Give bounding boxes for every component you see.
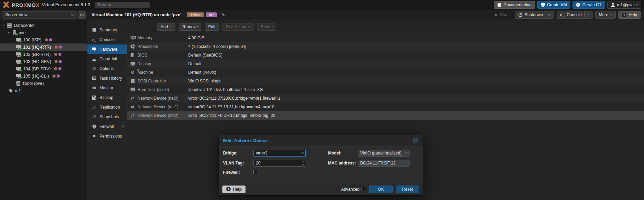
hw-row-hard-disk[interactable]: Hard Disk (scsi0) zpool:vm-101-disk-0,io…: [127, 85, 644, 94]
terminal-icon: >_: [92, 38, 97, 42]
menu-item-options[interactable]: ⚙ Options: [87, 64, 127, 73]
hardware-toolbar: Add Remove Edit Disk Action Revert: [127, 20, 644, 33]
menu-item-replication[interactable]: ⇄ Replication: [87, 102, 127, 112]
vlan-tag-spinner[interactable]: 20: [253, 160, 306, 167]
dialog-help-button[interactable]: ? Help: [222, 186, 246, 193]
menu-item-hardware[interactable]: Hardware: [87, 44, 127, 54]
revert-button[interactable]: Revert: [257, 23, 276, 31]
model-combobox[interactable]: VirtIO (paravirtualized): [358, 150, 410, 157]
disk-action-button[interactable]: Disk Action: [222, 23, 254, 31]
tree-item-vm-105[interactable]: 105 (HQ-CLI): [0, 72, 87, 80]
advanced-label: Advanced: [341, 187, 359, 192]
search-input[interactable]: [95, 2, 150, 8]
firewall-label: Firewall:: [223, 170, 253, 175]
gears-icon: ⚙⚙: [131, 70, 137, 74]
mac-address-field[interactable]: BC:24:11:F0:DF:12: [358, 160, 410, 167]
start-button[interactable]: ▶ Start: [492, 11, 512, 19]
edit-button[interactable]: Edit: [205, 23, 219, 31]
hw-row-display[interactable]: Display Default: [127, 59, 644, 68]
remove-button[interactable]: Remove: [179, 23, 201, 31]
hw-row-net2[interactable]: ⇄ Network Device (net2) virtio=BC:24:11:…: [127, 111, 644, 120]
hw-row-net1[interactable]: ⇄ Network Device (net1) virtio=BC:24:11:…: [127, 102, 644, 111]
menu-item-permissions[interactable]: ⚑ Permissions: [87, 131, 127, 141]
tag-dots: [45, 38, 52, 41]
vm-running-icon: [16, 74, 21, 79]
documentation-button[interactable]: Documentation: [494, 1, 535, 9]
chevron-down-icon[interactable]: [301, 151, 304, 153]
menu-item-snapshots[interactable]: ↺ Snapshots: [87, 112, 127, 122]
view-selector[interactable]: Server View: [2, 11, 77, 19]
chevron-down-icon: [170, 25, 172, 28]
help-button[interactable]: ? Help: [618, 11, 641, 19]
network-icon: ⇄: [131, 113, 137, 118]
storage-icon: [16, 81, 21, 86]
cube-icon: [576, 3, 580, 7]
hard-disk-icon: [131, 88, 137, 91]
monitor-icon: [131, 62, 137, 66]
chevron-down-icon[interactable]: [548, 13, 550, 16]
menu-item-cloud-init[interactable]: ☁ Cloud-Init: [87, 54, 127, 64]
vlan-label: VLAN Tag:: [223, 161, 253, 166]
play-icon: ▶: [495, 13, 498, 17]
tree-item-vm-104[interactable]: 104 (BR-SRV): [0, 65, 87, 72]
chevron-down-icon[interactable]: [587, 13, 589, 16]
tree-item-vm-103[interactable]: 103 (HQ-SRV): [0, 58, 87, 65]
menu-item-backup[interactable]: Backup: [87, 93, 127, 102]
gear-icon: ⚙: [92, 67, 97, 71]
console-button[interactable]: >_ Console: [557, 11, 593, 19]
advanced-checkbox[interactable]: [362, 187, 366, 191]
tag-m1: m1: [206, 12, 217, 17]
dialog-header[interactable]: Edit: Network Device ✕: [219, 135, 423, 146]
tree-item-pve[interactable]: pve: [0, 29, 87, 36]
create-vm-button[interactable]: Create VM: [537, 1, 570, 9]
add-button[interactable]: Add: [157, 23, 175, 31]
tag-icon: [8, 88, 13, 93]
menu-item-firewall[interactable]: Firewall: [87, 122, 127, 131]
menu-item-summary[interactable]: Summary: [87, 25, 127, 35]
tag-dots: [54, 67, 61, 70]
tag-dots: [55, 46, 62, 49]
close-icon[interactable]: ✕: [413, 138, 419, 143]
tree-item-vm-100[interactable]: 100 (ISP): [0, 36, 87, 43]
chevron-down-icon: [248, 25, 251, 28]
ok-button[interactable]: OK: [369, 186, 393, 193]
vm-running-icon: [16, 38, 21, 42]
tree-item-datacenter[interactable]: Datacenter: [0, 22, 87, 29]
hw-row-bios[interactable]: BIOS Default (SeaBIOS): [127, 51, 644, 59]
vm-running-icon: [16, 59, 21, 64]
terminal-icon: >_: [560, 13, 565, 17]
reset-button[interactable]: Reset: [396, 186, 419, 193]
hardware-table: Memory 4.00 GiB Processors 4 (1 sockets,…: [127, 33, 644, 120]
tree-settings-button[interactable]: ⚙: [78, 11, 86, 19]
top-bar: PROXMOX Virtual Environment 8.1.3 Docume…: [0, 0, 644, 10]
arrows-icon: ⇄: [92, 105, 97, 110]
tree-item-tag-m1[interactable]: m1: [0, 87, 87, 94]
more-button[interactable]: More: [595, 11, 616, 19]
expand-arrow-icon[interactable]: [7, 32, 10, 33]
firewall-checkbox[interactable]: [253, 170, 258, 174]
menu-item-monitor[interactable]: Monitor: [87, 83, 127, 93]
edit-tags-icon[interactable]: ✎: [221, 12, 225, 17]
tree-item-vm-102[interactable]: 102 (BR-RTR): [0, 51, 87, 58]
menu-item-task-history[interactable]: Task History: [87, 73, 127, 83]
user-menu-button[interactable]: m1@pve: [607, 1, 641, 9]
memory-icon: [131, 36, 137, 40]
mac-label: MAC address:: [328, 161, 358, 166]
hw-row-memory[interactable]: Memory 4.00 GiB: [127, 33, 644, 42]
vm-running-icon: [16, 67, 21, 71]
hw-row-net0[interactable]: ⇄ Network Device (net0) virtio=BC:24:11:…: [127, 94, 644, 102]
hw-row-scsi-controller[interactable]: SCSI Controller VirtIO SCSI single: [127, 77, 644, 85]
tree-item-vm-101[interactable]: 101 (HQ-RTR): [0, 43, 87, 51]
chevron-down-icon[interactable]: [405, 151, 407, 153]
tree-item-storage-zpool[interactable]: zpool (pve): [0, 80, 87, 87]
resource-tree: Datacenter pve 100 (ISP) 101 (HQ-RTR) 10…: [0, 20, 87, 200]
expand-arrow-icon[interactable]: [2, 25, 6, 26]
spinner-arrows[interactable]: [302, 161, 304, 165]
menu-item-console[interactable]: >_ Console: [87, 35, 127, 44]
proxmox-app: PROXMOX Virtual Environment 8.1.3 Docume…: [0, 0, 644, 200]
hw-row-processors[interactable]: Processors 4 (1 sockets, 4 cores) [qemu6…: [127, 42, 644, 51]
shutdown-button[interactable]: Shutdown: [515, 11, 554, 19]
create-ct-button[interactable]: Create CT: [573, 1, 605, 9]
hw-row-machine[interactable]: ⚙⚙ Machine Default (i440fx): [127, 68, 644, 77]
bridge-combobox[interactable]: vmbr3: [253, 150, 306, 157]
